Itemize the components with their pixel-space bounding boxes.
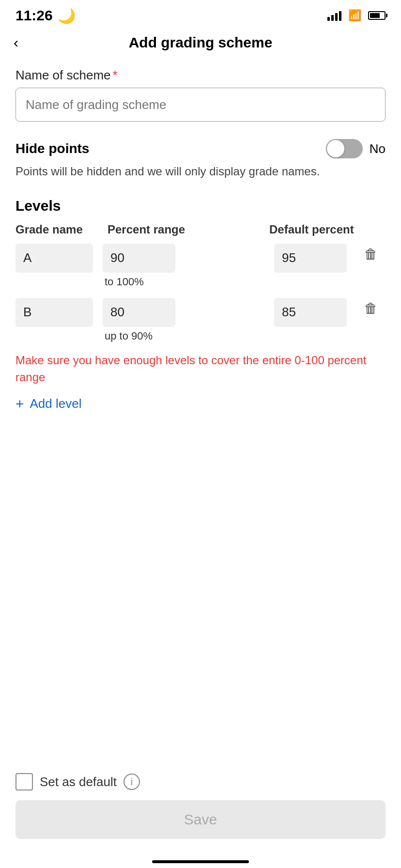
delete-col-b: 🗑: [356, 298, 386, 315]
toggle-thumb: [327, 140, 344, 157]
grade-name-input-a[interactable]: [15, 244, 93, 273]
name-field-label: Name of scheme*: [15, 68, 386, 83]
percent-range-label-b: up to 90%: [103, 330, 269, 342]
page-title: Add grading scheme: [129, 34, 273, 51]
home-indicator: [152, 860, 249, 863]
time-display: 11:26: [15, 7, 53, 24]
default-percent-input-a[interactable]: [274, 244, 347, 273]
hide-points-title: Hide points: [15, 141, 89, 156]
add-level-button[interactable]: + Add level: [15, 396, 82, 412]
battery-icon: [368, 11, 386, 20]
default-percent-input-b[interactable]: [274, 298, 347, 327]
levels-title: Levels: [15, 198, 386, 214]
table-row: to 100% 🗑: [15, 244, 386, 288]
delete-col-a: 🗑: [356, 244, 386, 261]
col-percent-header: Percent range: [103, 222, 269, 237]
save-button[interactable]: Save: [15, 800, 386, 839]
scheme-name-input[interactable]: [15, 88, 386, 122]
default-col-a: [269, 244, 356, 273]
error-message: Make sure you have enough levels to cove…: [15, 352, 386, 386]
add-level-plus-icon: +: [15, 396, 24, 412]
wifi-icon: 📶: [348, 9, 361, 22]
table-row: up to 90% 🗑: [15, 298, 386, 342]
bottom-section: Set as default i Save: [0, 773, 401, 839]
percent-col-b: up to 90%: [93, 298, 269, 342]
required-indicator: *: [113, 68, 118, 82]
grade-name-input-b[interactable]: [15, 298, 93, 327]
status-time: 11:26 🌙: [15, 7, 76, 24]
set-default-row: Set as default i: [15, 773, 386, 790]
hide-points-description: Points will be hidden and we will only d…: [15, 163, 386, 180]
status-icons: 📶: [327, 9, 386, 22]
set-default-label: Set as default: [40, 775, 117, 790]
nav-bar: ‹ Add grading scheme: [0, 27, 401, 58]
hide-points-toggle[interactable]: [326, 139, 363, 158]
hide-points-row: Hide points No: [15, 139, 386, 158]
default-col-b: [269, 298, 356, 327]
toggle-container: No: [326, 139, 386, 158]
toggle-state-label: No: [370, 141, 386, 156]
name-field-section: Name of scheme*: [15, 68, 386, 122]
signal-icon: [327, 10, 341, 21]
col-default-header: Default percent: [269, 222, 356, 237]
status-bar: 11:26 🌙 📶: [0, 0, 401, 27]
percent-range-input-a[interactable]: [103, 244, 175, 273]
col-grade-header: Grade name: [15, 222, 103, 237]
percent-col-a: to 100%: [93, 244, 269, 288]
add-level-label: Add level: [30, 396, 82, 411]
info-icon[interactable]: i: [123, 774, 140, 790]
moon-icon: 🌙: [58, 7, 76, 24]
hide-points-section: Hide points No Points will be hidden and…: [15, 139, 386, 180]
percent-range-input-b[interactable]: [103, 298, 175, 327]
back-button[interactable]: ‹: [14, 34, 18, 51]
delete-button-b[interactable]: 🗑: [364, 302, 378, 315]
main-content: Name of scheme* Hide points No Points wi…: [0, 58, 401, 422]
levels-section: Levels Grade name Percent range Default …: [15, 198, 386, 412]
set-default-checkbox[interactable]: [15, 773, 33, 790]
levels-header: Grade name Percent range Default percent: [15, 222, 386, 237]
percent-range-label-a: to 100%: [103, 276, 269, 288]
delete-button-a[interactable]: 🗑: [364, 248, 378, 261]
